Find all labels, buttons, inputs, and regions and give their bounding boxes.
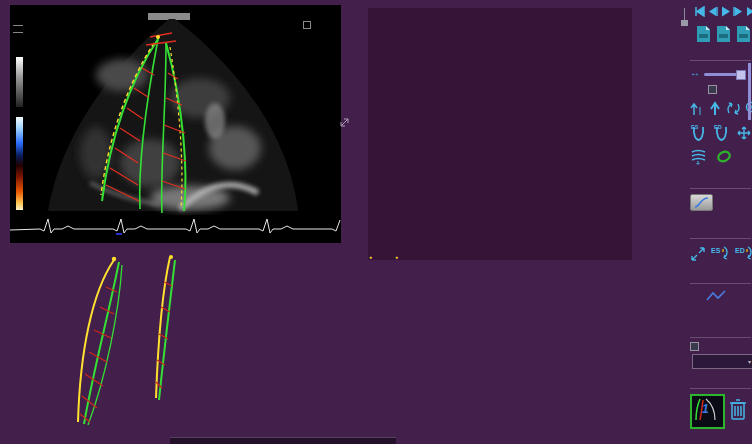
playback-controls [694, 6, 752, 17]
ultrasound-image-panel[interactable] [10, 5, 341, 243]
divider [690, 337, 751, 338]
es-ed-adjust-row: ES ED [690, 245, 752, 262]
sigmoid-icon [694, 197, 709, 208]
bottom-chart-x-axis [368, 262, 632, 271]
fit-arrows-icon[interactable] [690, 246, 706, 262]
grayscale-bar [16, 57, 23, 107]
export-buttons [697, 26, 750, 42]
curve-display-icon[interactable] [706, 289, 726, 303]
export-data-button[interactable] [717, 26, 730, 42]
tool-row-2: ES ED [690, 123, 752, 142]
tool-row-1 [690, 101, 752, 116]
chevron-down-icon: ▾ [748, 358, 751, 365]
delete-trash-button[interactable] [729, 397, 747, 421]
svg-text:ED: ED [735, 247, 745, 254]
endo-epi-row [708, 85, 721, 94]
curve-settings-button[interactable] [690, 194, 713, 211]
ultrasound-sector-image [30, 13, 341, 215]
es-adjust-icon[interactable]: ES [711, 245, 730, 262]
thumbnail-image: 1 [692, 396, 719, 423]
divider [690, 238, 751, 239]
border-trace-drawing [22, 252, 197, 437]
strain-colorbar [16, 117, 23, 210]
expand-icon[interactable] [340, 118, 349, 127]
layout-icon [13, 25, 23, 33]
bottom-marker-d: ● [369, 254, 372, 261]
roi-ellipse-icon[interactable] [715, 149, 733, 164]
es-contour-icon[interactable]: ES [690, 123, 707, 142]
current-strain-value [341, 57, 355, 75]
svg-text:1: 1 [702, 402, 709, 416]
bottom-scrollbar[interactable] [170, 437, 396, 444]
svg-text:ES: ES [691, 124, 699, 130]
transducer-icon [148, 13, 190, 20]
strain-mode-label [116, 233, 122, 235]
skip-start-button[interactable] [694, 6, 705, 17]
divider [690, 188, 751, 189]
echo-strain-app: ● ● ● ● ↔ ES E [0, 0, 752, 444]
strain-checkbox[interactable] [690, 342, 699, 351]
endo-epi-checkbox[interactable] [708, 85, 717, 94]
ed-adjust-icon[interactable]: ED [735, 245, 752, 262]
svg-text:ED: ED [714, 124, 722, 130]
step-back-button[interactable] [707, 6, 718, 17]
strain-preset-select[interactable]: ▾ [692, 354, 752, 369]
layers-icon[interactable] [690, 148, 707, 165]
divider [690, 388, 751, 389]
skip-end-button[interactable] [746, 6, 752, 17]
frame-range-icon: ↔ [690, 67, 700, 78]
arrow-up-thin-icon[interactable] [690, 101, 704, 116]
divider [690, 283, 751, 284]
export-avi-button[interactable] [737, 26, 750, 42]
ed-contour-icon[interactable]: ED [713, 123, 730, 142]
rotate-icon[interactable] [726, 101, 741, 116]
right-scrollbar[interactable] [748, 63, 751, 120]
chart-splitter-handle[interactable] [681, 20, 688, 26]
svg-text:ES: ES [711, 247, 721, 254]
area-chart[interactable] [368, 123, 632, 260]
step-forward-button[interactable] [733, 6, 744, 17]
play-button[interactable] [720, 6, 731, 17]
export-image-button[interactable] [697, 26, 710, 42]
divider [690, 60, 751, 61]
frame-slider-handle[interactable] [736, 70, 746, 80]
bottom-marker-s: ● [395, 254, 398, 261]
arrow-up-thick-icon[interactable] [708, 101, 722, 116]
ecg-strip [10, 215, 341, 239]
analysis-thumbnail-button[interactable]: 1 [690, 394, 725, 429]
tool-row-3 [690, 148, 733, 165]
move-anchor-icon[interactable] [736, 125, 752, 141]
strain-row [690, 342, 703, 351]
